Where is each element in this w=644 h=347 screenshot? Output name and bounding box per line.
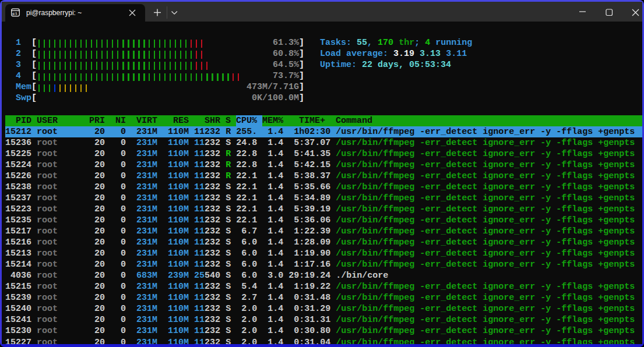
svg-text:c:\: c:\ [12,12,17,16]
